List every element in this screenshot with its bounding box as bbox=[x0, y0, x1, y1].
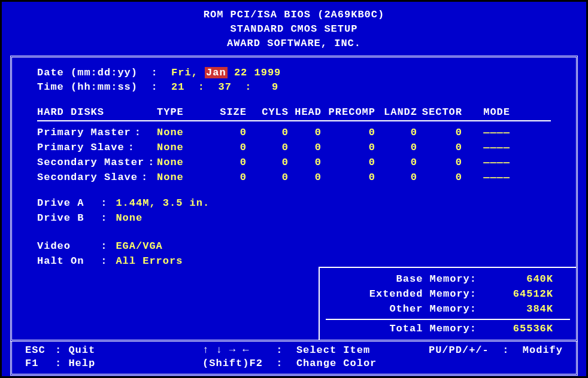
disk-size: 0 bbox=[205, 125, 247, 140]
disk-landz: 0 bbox=[375, 155, 417, 170]
disk-landz: 0 bbox=[375, 140, 417, 155]
change-color-label: Change Color bbox=[296, 358, 377, 369]
col-landz: LANDZ bbox=[375, 106, 417, 118]
memory-box: Base Memory: 640K Extended Memory: 64512… bbox=[319, 267, 576, 340]
time-row: Time (hh:mm:ss) : 21 : 37 : 9 bbox=[37, 80, 563, 94]
drive-a-label: Drive A bbox=[37, 196, 94, 211]
select-item-label: Select Item bbox=[296, 345, 370, 356]
disk-sector: 0 bbox=[417, 155, 462, 170]
main-panel: Date (mm:dd:yy) : Fri, Jan 22 1999 Time … bbox=[10, 56, 578, 342]
disk-cyls: 0 bbox=[247, 170, 289, 185]
disk-cyls: 0 bbox=[247, 155, 289, 170]
total-mem-label: Total Memory: bbox=[326, 321, 481, 336]
date-row: Date (mm:dd:yy) : Fri, Jan 22 1999 bbox=[37, 66, 563, 80]
bios-screen: ROM PCI/ISA BIOS (2A69KB0C) STANDARD CMO… bbox=[2, 2, 586, 376]
disk-type[interactable]: None bbox=[157, 125, 205, 140]
disk-size: 0 bbox=[205, 155, 247, 170]
memory-separator bbox=[326, 319, 570, 320]
footer-help: ESC: Quit F1: Help ↑ ↓ → ← : Select Item… bbox=[10, 342, 578, 376]
drive-a-value[interactable]: 1.44M, 3.5 in. bbox=[116, 197, 210, 209]
disk-type[interactable]: None bbox=[157, 155, 205, 170]
disk-precomp: 0 bbox=[322, 155, 375, 170]
shift-f2-key[interactable]: (Shift)F2 bbox=[202, 358, 263, 369]
esc-key[interactable]: ESC bbox=[25, 344, 55, 357]
video-value[interactable]: EGA/VGA bbox=[116, 240, 162, 252]
date-day[interactable]: 22 bbox=[234, 67, 247, 78]
time-mm[interactable]: 37 bbox=[218, 81, 231, 93]
time-ss[interactable]: 9 bbox=[272, 81, 278, 93]
disk-mode: ———— bbox=[462, 170, 510, 185]
disk-row[interactable]: Secondary Slave:None000000———— bbox=[37, 170, 563, 185]
col-head: HEAD bbox=[289, 106, 322, 118]
pupd-keys[interactable]: PU/PD/+/- bbox=[429, 345, 489, 356]
disk-mode: ———— bbox=[462, 155, 510, 170]
disk-size: 0 bbox=[205, 140, 247, 155]
base-mem-value: 640K bbox=[481, 272, 553, 286]
date-label: Date (mm:dd:yy) bbox=[37, 67, 138, 78]
disk-precomp: 0 bbox=[322, 140, 375, 155]
f1-key[interactable]: F1 bbox=[25, 357, 55, 370]
disk-head: 0 bbox=[289, 170, 322, 185]
f1-action: Help bbox=[68, 358, 95, 369]
date-year[interactable]: 1999 bbox=[254, 67, 281, 78]
base-mem-label: Base Memory: bbox=[326, 272, 481, 286]
disk-cyls: 0 bbox=[247, 140, 289, 155]
col-size: SIZE bbox=[205, 106, 247, 118]
disk-cyls: 0 bbox=[247, 125, 289, 140]
date-dow: Fri, bbox=[171, 67, 198, 78]
disk-type[interactable]: None bbox=[157, 140, 205, 155]
col-type: TYPE bbox=[157, 106, 205, 118]
other-mem-value: 384K bbox=[481, 301, 553, 316]
col-sector: SECTOR bbox=[417, 106, 462, 118]
disk-sector: 0 bbox=[417, 125, 462, 140]
lower-section: Drive A : 1.44M, 3.5 in. Drive B : None … bbox=[37, 196, 563, 269]
left-settings: Drive A : 1.44M, 3.5 in. Drive B : None … bbox=[37, 196, 289, 269]
disk-head: 0 bbox=[289, 125, 322, 140]
halt-value[interactable]: All Errors bbox=[116, 255, 183, 267]
halt-label: Halt On bbox=[37, 254, 94, 269]
disk-row[interactable]: Secondary Master:None000000———— bbox=[37, 155, 563, 170]
ext-mem-value: 64512K bbox=[481, 286, 553, 301]
header-line2: STANDARD CMOS SETUP bbox=[2, 22, 586, 36]
header-line1: ROM PCI/ISA BIOS (2A69KB0C) bbox=[2, 8, 586, 22]
ext-mem-label: Extended Memory: bbox=[326, 286, 481, 301]
disk-sector: 0 bbox=[417, 170, 462, 185]
disk-table-header: HARD DISKS TYPE SIZE CYLS HEAD PRECOMP L… bbox=[37, 106, 563, 118]
disk-type[interactable]: None bbox=[157, 170, 205, 185]
video-label: Video bbox=[37, 239, 94, 254]
disk-landz: 0 bbox=[375, 125, 417, 140]
modify-label: Modify bbox=[523, 345, 563, 356]
disk-mode: ———— bbox=[462, 140, 510, 155]
time-hh[interactable]: 21 bbox=[171, 81, 184, 93]
header-rule bbox=[37, 120, 551, 121]
disk-size: 0 bbox=[205, 170, 247, 185]
disk-rows: Primary Master:None000000————Primary Sla… bbox=[25, 125, 563, 185]
drive-b-label: Drive B bbox=[37, 211, 94, 225]
disk-head: 0 bbox=[289, 140, 322, 155]
arrow-keys-icon[interactable]: ↑ ↓ → ← bbox=[202, 345, 249, 356]
disk-mode: ———— bbox=[462, 125, 510, 140]
disk-sector: 0 bbox=[417, 140, 462, 155]
disk-precomp: 0 bbox=[322, 170, 375, 185]
bios-header: ROM PCI/ISA BIOS (2A69KB0C) STANDARD CMO… bbox=[2, 2, 586, 51]
disk-precomp: 0 bbox=[322, 125, 375, 140]
col-mode: MODE bbox=[462, 106, 510, 118]
total-mem-value: 65536K bbox=[481, 321, 553, 336]
drive-b-value[interactable]: None bbox=[116, 212, 143, 224]
disks-heading: HARD DISKS bbox=[37, 106, 157, 118]
disk-head: 0 bbox=[289, 155, 322, 170]
other-mem-label: Other Memory: bbox=[326, 301, 481, 316]
header-line3: AWARD SOFTWARE, INC. bbox=[2, 36, 586, 51]
disk-landz: 0 bbox=[375, 170, 417, 185]
col-precomp: PRECOMP bbox=[322, 106, 375, 118]
time-label: Time (hh:mm:ss) bbox=[37, 81, 138, 93]
disk-row[interactable]: Primary Master:None000000———— bbox=[37, 125, 563, 140]
disk-row[interactable]: Primary Slave:None000000———— bbox=[37, 140, 563, 155]
esc-action: Quit bbox=[68, 345, 95, 356]
col-cyls: CYLS bbox=[247, 106, 289, 118]
date-month-selected[interactable]: Jan bbox=[205, 67, 228, 78]
